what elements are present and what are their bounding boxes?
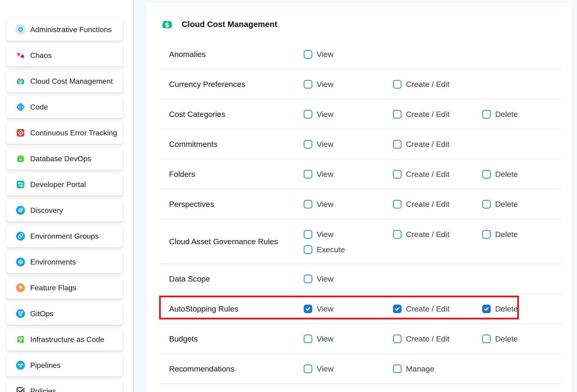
sidebar-item-infrastructure-as-code[interactable]: Infrastructure as Code — [6, 328, 123, 351]
checkbox-create-edit[interactable] — [393, 200, 401, 209]
sidebar-item-continuous-error-tracking[interactable]: Continuous Error Tracking — [6, 122, 123, 144]
permission-create-edit[interactable]: Create / Edit — [393, 334, 482, 343]
permission-cell: Create / Edit — [393, 200, 482, 209]
permission-view[interactable]: View — [304, 334, 393, 343]
permission-label: Delete — [495, 230, 518, 239]
permission-cell: View — [304, 170, 393, 179]
permission-view[interactable]: View — [304, 304, 393, 313]
checkbox-view[interactable] — [304, 50, 312, 59]
sidebar-item-gitops[interactable]: GitOps — [6, 303, 123, 325]
checkbox-view[interactable] — [304, 140, 312, 148]
checkbox-manage[interactable] — [393, 364, 401, 373]
sidebar-item-pipelines[interactable]: Pipelines — [6, 354, 123, 376]
hexagon-magnifier-icon — [15, 205, 26, 215]
cloud-dollar-icon: $ — [160, 17, 174, 31]
permission-label: Delete — [495, 200, 518, 209]
checkbox-delete[interactable] — [482, 170, 491, 178]
page-title: Cloud Cost Management — [182, 20, 277, 29]
permission-cell: View — [304, 304, 393, 313]
permission-cell: Delete — [482, 170, 563, 179]
code-diamond-icon: </> — [15, 102, 26, 112]
permission-view[interactable]: View — [304, 140, 393, 149]
sidebar-item-chaos[interactable]: Chaos — [6, 44, 123, 67]
permission-view[interactable]: View — [304, 200, 393, 209]
sidebar-item-developer-portal[interactable]: Developer Portal — [6, 173, 123, 196]
resource-name: Cloud Asset Governance Rules — [169, 237, 304, 246]
permission-cell: View — [304, 50, 393, 59]
checkbox-view[interactable] — [304, 364, 312, 373]
permission-create-edit[interactable]: Create / Edit — [393, 80, 482, 89]
sidebar-item-feature-flags[interactable]: ⚑Feature Flags — [6, 277, 123, 299]
permission-cell: Create / Edit — [393, 110, 482, 119]
permission-create-edit[interactable]: Create / Edit — [393, 304, 482, 313]
permission-row-recommendations: RecommendationsViewManage — [160, 354, 563, 384]
permissions-card: $ Cloud Cost Management AnomaliesViewCur… — [146, 3, 572, 392]
permission-create-edit[interactable]: Create / Edit — [393, 170, 482, 179]
target-icon — [15, 128, 26, 138]
checkbox-delete-checked[interactable] — [482, 305, 491, 313]
checkbox-create-edit[interactable] — [393, 230, 401, 239]
sidebar-item-administrative-functions[interactable]: ⚙Administrative Functions — [6, 18, 123, 40]
resource-name: Cost Categories — [169, 110, 304, 119]
permission-create-edit[interactable]: Create / Edit — [393, 200, 482, 209]
permission-cell: Delete — [482, 200, 563, 209]
sidebar-item-label: Policies — [30, 387, 56, 392]
sidebar-item-label: Database DevOps — [30, 154, 91, 163]
checkbox-view[interactable] — [304, 230, 312, 239]
checkbox-create-edit-checked[interactable] — [393, 305, 401, 313]
sidebar-item-environments[interactable]: Environments — [6, 251, 123, 273]
checkbox-view-checked[interactable] — [304, 305, 312, 313]
sidebar-item-code[interactable]: </>Code — [6, 96, 123, 118]
permission-view[interactable]: View — [304, 50, 393, 59]
permission-delete[interactable]: Delete — [482, 304, 563, 313]
sidebar-item-database-devops[interactable]: ∞Database DevOps — [6, 147, 123, 170]
checkbox-delete[interactable] — [482, 335, 491, 343]
checkbox-delete[interactable] — [482, 200, 491, 209]
checkbox-create-edit[interactable] — [393, 170, 401, 178]
sidebar-item-label: Feature Flags — [30, 284, 76, 292]
flag-icon: ⚑ — [15, 283, 26, 293]
sidebar-item-label: Developer Portal — [30, 180, 86, 189]
checkbox-create-edit[interactable] — [393, 140, 401, 148]
permission-delete[interactable]: Delete — [482, 200, 563, 209]
checkbox-view[interactable] — [304, 170, 312, 178]
permission-delete[interactable]: Delete — [482, 110, 563, 119]
permission-view[interactable]: View — [304, 80, 393, 89]
checkbox-view[interactable] — [304, 200, 312, 209]
sidebar-item-environment-groups[interactable]: Environment Groups — [6, 225, 123, 247]
permissions-rows: AnomaliesViewCurrency PreferencesViewCre… — [160, 39, 563, 384]
checkbox-create-edit[interactable] — [393, 335, 401, 343]
permission-delete[interactable]: Delete — [482, 230, 563, 239]
sidebar-item-label: Chaos — [30, 51, 52, 60]
permission-delete[interactable]: Delete — [482, 170, 563, 179]
checkbox-view[interactable] — [304, 110, 312, 118]
checkbox-view[interactable] — [304, 275, 312, 283]
checkbox-delete[interactable] — [482, 110, 491, 118]
permission-delete[interactable]: Delete — [482, 334, 563, 343]
permission-cell: Create / Edit — [393, 230, 482, 239]
sidebar-item-discovery[interactable]: Discovery — [6, 199, 123, 221]
sidebar-item-cloud-cost-management[interactable]: $Cloud Cost Management — [6, 70, 123, 92]
resource-name: Budgets — [169, 334, 304, 343]
checkbox-view[interactable] — [304, 80, 312, 89]
permission-create-edit[interactable]: Create / Edit — [393, 230, 482, 239]
permission-create-edit[interactable]: Create / Edit — [393, 140, 482, 149]
permission-label: View — [317, 274, 333, 284]
permission-view[interactable]: View — [304, 110, 393, 119]
permission-view[interactable]: View — [304, 170, 393, 179]
permission-view[interactable]: View — [304, 364, 393, 373]
checkbox-create-edit[interactable] — [393, 80, 401, 89]
checkbox-execute[interactable] — [304, 245, 312, 254]
checkbox-view[interactable] — [304, 335, 312, 343]
resource-name: AutoStopping Rules — [169, 304, 304, 313]
permission-row-cloud-asset-governance-rules: Cloud Asset Governance RulesViewExecuteC… — [160, 219, 563, 264]
permission-execute[interactable]: Execute — [304, 245, 393, 254]
permission-manage[interactable]: Manage — [393, 364, 482, 373]
permission-view[interactable]: View — [304, 230, 393, 239]
sidebar-item-label: Pipelines — [30, 361, 61, 370]
permission-view[interactable]: View — [304, 274, 393, 284]
permission-create-edit[interactable]: Create / Edit — [393, 110, 482, 119]
sidebar-item-policies[interactable]: Policies — [6, 380, 123, 392]
checkbox-create-edit[interactable] — [393, 110, 401, 118]
checkbox-delete[interactable] — [482, 230, 491, 239]
